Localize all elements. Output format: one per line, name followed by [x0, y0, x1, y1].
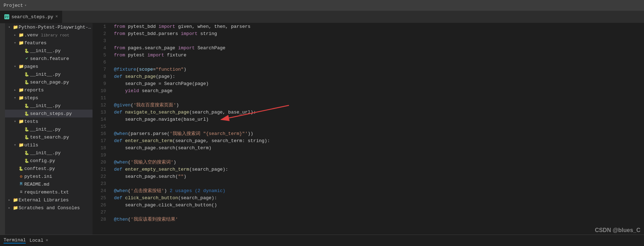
- line-number: 23: [93, 180, 106, 187]
- token-dec: @when: [114, 130, 128, 137]
- token-fn: search_page: [125, 73, 156, 80]
- line-number: 17: [93, 137, 106, 145]
- tree-item-label: __init__.py: [30, 127, 93, 132]
- tree-item-test-search[interactable]: 🐍test_search.py: [5, 133, 93, 141]
- activity-bar: [0, 23, 5, 235]
- project-label[interactable]: Project ▾: [4, 3, 27, 8]
- tree-item-label: steps: [24, 95, 93, 101]
- tree-arrow-icon: ▾: [12, 96, 18, 100]
- token-punc: search_page.navigate(base_url): [114, 116, 209, 123]
- file-type-icon: 📁: [12, 197, 19, 203]
- tree-item-search-page[interactable]: 🐍search_page.py: [5, 78, 93, 86]
- tree-item-label: Python-Pytest-Playwright-BDD: [19, 25, 93, 30]
- line-number: 14: [93, 116, 106, 123]
- tree-item-label: __init__.py: [30, 103, 93, 109]
- line-number: 24: [93, 187, 106, 195]
- code-line: def search_page(page):: [114, 73, 644, 80]
- token-kw: import: [181, 30, 198, 37]
- token-hint: 2 usages (2 dynamic): [170, 187, 225, 195]
- tree-item-utils-init[interactable]: 🐍__init__.py: [5, 149, 93, 157]
- file-type-icon: 📁: [18, 87, 24, 93]
- token-fn: enter_empty_search_term: [125, 166, 189, 173]
- tree-item-ext-libs[interactable]: ▸📁External Libraries: [5, 196, 93, 204]
- tree-item-label: .venv library root: [24, 32, 93, 38]
- tree-item-label: __init__.py: [30, 150, 93, 156]
- terminal-tab-terminal[interactable]: Terminal: [4, 237, 26, 244]
- project-title-text: Project: [4, 3, 23, 8]
- tree-item-requirements[interactable]: ≡requirements.txt: [5, 188, 93, 196]
- tab-search-steps[interactable]: py search_steps.py ×: [0, 11, 63, 23]
- tree-item-conftest[interactable]: 🐍conftest.py: [5, 165, 93, 172]
- tree-item-tests[interactable]: ▾📁tests: [5, 117, 93, 125]
- tree-item-root[interactable]: ▾📁Python-Pytest-Playwright-BDD: [5, 23, 93, 31]
- token-param: scope: [139, 66, 153, 73]
- token-str: "": [178, 173, 184, 180]
- token-str: "function": [156, 66, 184, 73]
- tree-item-reports[interactable]: ▸📁reports: [5, 86, 93, 94]
- line-number: 19: [93, 152, 106, 159]
- code-editor: 1234567891011121314151617181920212223242…: [93, 23, 644, 235]
- line-number: 26: [93, 202, 106, 209]
- code-content[interactable]: from pytest_bdd import given, when, then…: [110, 23, 644, 235]
- token-str: '我在百度搜索页面': [134, 102, 176, 109]
- tree-item-label: search_page.py: [30, 80, 93, 85]
- tree-arrow-icon: ▾: [12, 143, 18, 147]
- file-type-icon: ≡: [18, 190, 24, 195]
- code-line: [114, 123, 644, 130]
- tree-item-venv[interactable]: ▸📁.venv library root: [5, 31, 93, 39]
- tab-close-button[interactable]: ×: [55, 14, 58, 19]
- code-line: search_page.navigate(base_url): [114, 116, 644, 123]
- tree-item-label: External Libraries: [19, 197, 93, 203]
- code-line: @when('点击搜索按钮') 2 usages (2 dynamic): [114, 187, 644, 195]
- token-punc: (: [128, 216, 131, 223]
- token-fn: navigate_to_search_page: [125, 109, 189, 116]
- code-line: search_page = SearchPage(page): [114, 80, 644, 87]
- tree-item-features[interactable]: ▾📁features: [5, 39, 93, 47]
- token-punc: (parsers.parse(: [128, 130, 170, 137]
- file-type-icon: 🐍: [24, 135, 30, 140]
- token-punc: [122, 195, 125, 202]
- tree-item-scratches[interactable]: ▸📁Scratches and Consoles: [5, 204, 93, 212]
- tree-arrow-icon: ▾: [12, 41, 18, 45]
- tree-arrow-icon: ▸: [12, 88, 18, 92]
- token-dec: @when: [114, 187, 128, 195]
- tree-item-steps[interactable]: ▾📁steps: [5, 94, 93, 102]
- file-type-icon: 🐍: [24, 104, 30, 108]
- token-str: '我输入搜索词 "{search_term}"': [170, 130, 248, 137]
- token-punc: [122, 137, 125, 145]
- tree-item-label: requirements.txt: [24, 190, 93, 195]
- tree-item-label: test_search.py: [30, 135, 93, 140]
- tree-item-readme[interactable]: MREADME.md: [5, 180, 93, 188]
- file-type-icon: 🐍: [24, 80, 30, 85]
- line-number: 9: [93, 80, 106, 87]
- code-line: from pytest_bdd.parsers import string: [114, 30, 644, 37]
- tree-item-utils[interactable]: ▾📁utils: [5, 141, 93, 149]
- line-number: 25: [93, 195, 106, 202]
- tree-item-pytest-ini[interactable]: ⚙pytest.ini: [5, 172, 93, 180]
- file-type-icon: 📁: [12, 25, 19, 30]
- tree-arrow-icon: ▾: [6, 25, 12, 29]
- terminal-bar: TerminalLocal×: [0, 235, 644, 246]
- tree-item-label: tests: [24, 119, 93, 124]
- tree-item-label: __init__.py: [30, 72, 93, 77]
- tree-item-pages-init[interactable]: 🐍__init__.py: [5, 70, 93, 78]
- tree-item-label: reports: [24, 87, 93, 93]
- file-type-icon: 📁: [18, 32, 24, 38]
- code-line: [114, 95, 644, 102]
- tree-item-tests-init[interactable]: 🐍__init__.py: [5, 125, 93, 133]
- line-number: 4: [93, 45, 106, 52]
- tree-item-search-steps[interactable]: 🐍search_steps.py: [5, 110, 93, 117]
- tree-item-search-feature[interactable]: ✔search.feature: [5, 55, 93, 62]
- token-punc: [122, 73, 125, 80]
- terminal-tab-local[interactable]: Local×: [29, 238, 48, 243]
- tree-item-steps-init[interactable]: 🐍__init__.py: [5, 102, 93, 110]
- token-kw: import: [159, 23, 175, 30]
- file-type-icon: M: [18, 182, 24, 187]
- terminal-tab-close[interactable]: ×: [45, 238, 48, 243]
- tree-item-pages[interactable]: ▾📁pages: [5, 62, 93, 70]
- line-number: 6: [93, 59, 106, 66]
- line-number: 21: [93, 166, 106, 173]
- tree-item-features-init[interactable]: 🐍__init__.py: [5, 47, 93, 55]
- tree-item-config[interactable]: 🐍config.py: [5, 157, 93, 165]
- tree-item-label: conftest.py: [24, 166, 93, 171]
